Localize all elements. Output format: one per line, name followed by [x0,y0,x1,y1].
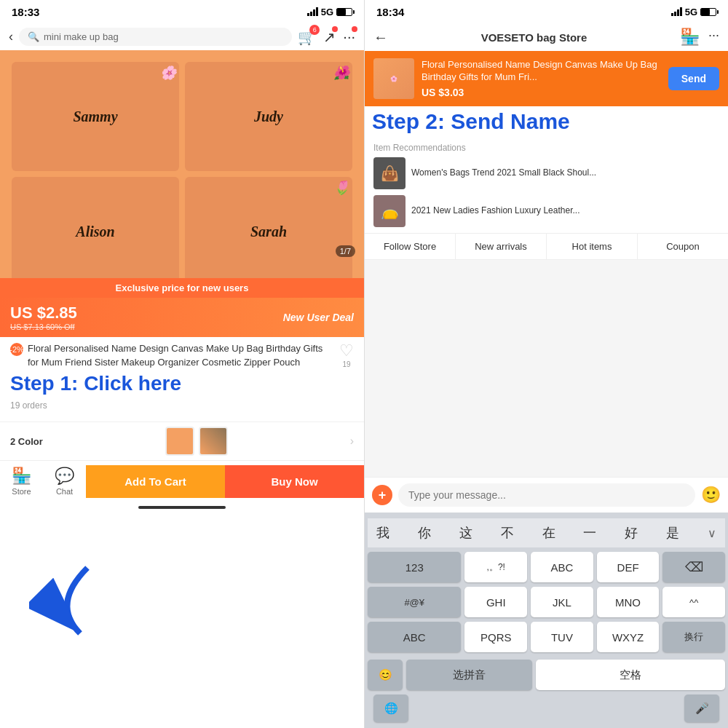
keyboard-bottom-row: 🌐 🎤 [368,690,725,725]
message-input-area: + 🙂 [365,477,728,513]
sug-3[interactable]: 这 [459,524,472,542]
share-icon[interactable]: ↗ [323,28,336,46]
key-space[interactable]: 空格 [536,660,725,690]
sug-4[interactable]: 不 [501,524,514,542]
key-emoji[interactable]: 😊 [368,660,403,690]
cart-badge: 6 [309,25,320,35]
heart-count: 19 [342,360,350,368]
step1-area: -2% Floral Personalised Name Design Canv… [0,337,364,395]
right-signal-bars [671,7,682,16]
key-newline[interactable]: 换行 [662,622,725,652]
product-title: Floral Personalised Name Design Canvas M… [28,343,323,368]
key-wxyz[interactable]: WXYZ [597,622,660,652]
key-caret[interactable]: ^^ [662,587,725,617]
swatch-1[interactable] [165,427,194,456]
sug-1[interactable]: 我 [376,524,389,542]
flower-decoration: 🌸 [160,65,176,81]
bag-sarah: 🌷 Sarah [185,177,352,286]
key-row-1: 123 ,。?! ABC DEF ⌫ [368,552,725,582]
buy-now-button[interactable]: Buy Now [225,465,364,498]
key-mno[interactable]: MNO [597,587,660,617]
message-input[interactable] [398,483,695,507]
keyboard-suggestions: 我 你 这 不 在 一 好 是 ∨ [368,518,725,547]
emoji-button[interactable]: 🙂 [701,486,721,505]
search-text: mini make up bag [44,31,119,42]
send-button[interactable]: Send [668,67,719,90]
follow-store-button[interactable]: Follow Store [365,234,456,259]
right-more-icon[interactable]: ··· [708,28,719,47]
rec-thumb-1: 👜 [373,157,405,189]
heart-area[interactable]: ♡ 19 [339,341,354,368]
back-button[interactable]: ‹ [9,29,13,44]
product-card: 🌸 Floral Personalised Name Design Canvas… [365,51,728,106]
left-time: 18:33 [12,6,39,18]
color-section[interactable]: 2 Color › [0,422,364,460]
swatch-2[interactable] [199,427,228,456]
key-pqrs[interactable]: PQRS [464,622,527,652]
right-status-bar: 18:34 5G [365,0,728,23]
shop-icon[interactable]: 🏪 [680,28,700,47]
bag-grid: 🌸 Sammy 🌺 Judy Alison 🌷 Sarah [0,50,364,298]
right-time: 18:34 [376,6,404,18]
store-actions: Follow Store New arrivals Hot items Coup… [365,234,728,260]
key-backspace[interactable]: ⌫ [662,552,725,582]
product-card-title: Floral Personalised Name Design Canvas M… [422,59,661,84]
price-left: US $2.85 US $7.13 60% Off [10,304,77,331]
sug-8[interactable]: 是 [666,524,679,542]
plus-button[interactable]: + [372,485,392,505]
key-ghi[interactable]: GHI [464,587,527,617]
price-section: US $2.85 US $7.13 60% Off New User Deal [0,298,364,337]
right-back-button[interactable]: ← [373,29,388,46]
bag-name-2: Judy [254,108,283,125]
right-signal-type: 5G [685,7,697,17]
key-special[interactable]: #@¥ [368,587,461,617]
heart-icon[interactable]: ♡ [339,341,354,360]
coupon-button[interactable]: Coupon [638,234,728,259]
sug-2[interactable]: 你 [418,524,431,542]
keyboard-rows: 123 ,。?! ABC DEF ⌫ #@¥ GHI JKL MNO ^^ AB… [368,552,725,690]
search-bar[interactable]: 🔍 mini make up bag [19,28,292,46]
rec-item-1[interactable]: 👜 Women's Bags Trend 2021 Small Black Sh… [373,157,719,189]
chat-label: Chat [56,487,73,496]
key-abc[interactable]: ABC [531,552,593,582]
store-label: Store [12,487,31,496]
left-phone: 18:33 5G ‹ 🔍 mini make up bag 🛒 6 ↗ [0,0,364,728]
more-icon[interactable]: ··· [343,28,355,45]
rec-item-title-1: Women's Bags Trend 2021 Small Black Shou… [411,167,596,179]
key-row-3: ABC PQRS TUV WXYZ 换行 [368,622,725,652]
expand-icon[interactable]: ∨ [708,526,716,540]
rec-item-2[interactable]: 👝 2021 New Ladies Fashion Luxury Leather… [373,195,719,227]
right-header: ← VOESETO bag Store 🏪 ··· [365,23,728,51]
current-price: US $2.85 [10,304,77,323]
key-globe[interactable]: 🌐 [373,695,408,722]
key-jkl[interactable]: JKL [531,587,593,617]
key-tuv[interactable]: TUV [531,622,593,652]
sug-7[interactable]: 好 [625,524,638,542]
add-to-cart-button[interactable]: Add To Cart [86,465,225,498]
product-title-area: Floral Personalised Name Design Canvas M… [28,341,335,369]
new-user-deal: New User Deal [283,312,354,323]
bag-name-1: Sammy [73,108,117,125]
exclusive-banner: Exclusive price for new users [0,278,364,298]
product-card-price: US $3.03 [422,87,661,98]
new-arrivals-button[interactable]: New arrivals [456,234,547,259]
store-icon: 🏪 [12,467,31,486]
key-punct[interactable]: ,。?! [464,552,527,582]
key-def[interactable]: DEF [597,552,660,582]
hot-items-button[interactable]: Hot items [547,234,638,259]
color-swatches [165,427,228,456]
sug-6[interactable]: 一 [583,524,596,542]
chat-content: Item Recommendations 👜 Women's Bags Tren… [365,137,728,477]
sug-5[interactable]: 在 [542,524,555,542]
key-abc2[interactable]: ABC [368,622,461,652]
chevron-right-icon: › [350,435,354,448]
chat-button[interactable]: 💬 Chat [43,461,86,502]
store-title: VOESETO bag Store [481,31,587,44]
key-pinyin[interactable]: 选拼音 [406,660,532,690]
left-status-bar: 18:33 5G [0,0,364,23]
key-123[interactable]: 123 [368,552,461,582]
store-button[interactable]: 🏪 Store [0,461,43,502]
key-mic[interactable]: 🎤 [684,695,719,722]
orders-area: 19 orders [0,395,364,414]
cart-icon[interactable]: 🛒 6 [298,28,316,46]
